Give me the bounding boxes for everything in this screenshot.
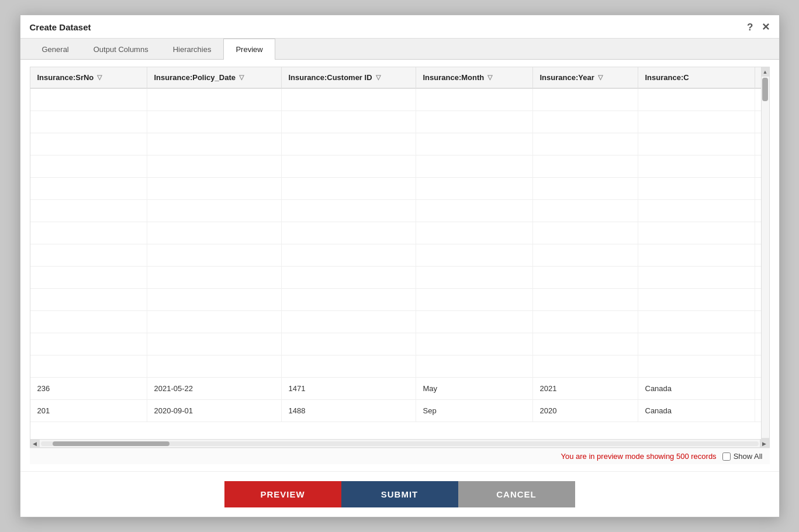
table-cell: [282, 267, 416, 288]
table-cell: [30, 289, 147, 310]
table-cell: [282, 311, 416, 333]
table-cell: [416, 222, 533, 244]
close-icon[interactable]: ✕: [762, 21, 770, 33]
show-all-checkbox[interactable]: [722, 452, 731, 461]
table-cell: [416, 200, 533, 222]
table-cell: [30, 200, 147, 222]
table-cell: [147, 244, 282, 266]
dialog-title-icons: ? ✕: [747, 21, 769, 33]
col-header-policy-date: Insurance:Policy_Date ▽: [147, 67, 282, 88]
table-row: 2362021-05-221471May2021Canada: [30, 378, 769, 400]
table-cell: [30, 156, 147, 177]
table-cell: [638, 267, 755, 288]
tab-general[interactable]: General: [30, 39, 81, 60]
tab-hierarchies[interactable]: Hierarchies: [161, 39, 224, 60]
scroll-thumb[interactable]: [762, 78, 768, 101]
preview-notice: You are in preview mode showing 500 reco…: [561, 452, 716, 461]
table-row: [30, 311, 769, 333]
table-cell: [147, 289, 282, 310]
create-dataset-dialog: Create Dataset ? ✕ General Output Column…: [20, 15, 780, 517]
table-body: 2362021-05-221471May2021Canada2012020-09…: [30, 89, 769, 439]
table-cell: 2021: [533, 378, 638, 399]
table-cell: [638, 311, 755, 333]
table-cell: [147, 156, 282, 177]
help-icon[interactable]: ?: [747, 22, 753, 33]
table-cell: [282, 111, 416, 133]
tab-output-columns[interactable]: Output Columns: [81, 39, 161, 60]
table-row: [30, 111, 769, 133]
h-scroll-thumb[interactable]: [53, 441, 170, 446]
filter-icon-month[interactable]: ▽: [487, 74, 492, 81]
col-header-month: Insurance:Month ▽: [416, 67, 533, 88]
table-cell: [282, 244, 416, 266]
table-cell: [30, 355, 147, 377]
table-cell: [416, 289, 533, 310]
table-cell: [147, 267, 282, 288]
table-row: 2012020-09-011488Sep2020Canada: [30, 400, 769, 422]
table-cell: [533, 267, 638, 288]
table-row: [30, 178, 769, 200]
filter-icon-year[interactable]: ▽: [598, 74, 603, 81]
table-cell: [30, 333, 147, 355]
table-cell: 1488: [282, 400, 416, 422]
table-cell: [282, 89, 416, 110]
table-row: [30, 289, 769, 311]
table-cell: [533, 244, 638, 266]
table-row: [30, 355, 769, 378]
table-header: Insurance:SrNo ▽ Insurance:Policy_Date ▽…: [30, 67, 769, 89]
tab-preview[interactable]: Preview: [223, 39, 275, 60]
table-cell: [282, 289, 416, 310]
scroll-left-button[interactable]: ◀: [30, 440, 40, 447]
table-cell: [147, 178, 282, 199]
table-cell: [147, 311, 282, 333]
cancel-button[interactable]: CANCEL: [458, 481, 575, 507]
table-row: [30, 244, 769, 267]
horizontal-scrollbar[interactable]: ◀ ▶: [30, 439, 769, 447]
table-cell: [533, 156, 638, 177]
table-cell: [638, 133, 755, 155]
data-table-container: Insurance:SrNo ▽ Insurance:Policy_Date ▽…: [30, 67, 770, 448]
table-cell: [416, 244, 533, 266]
table-cell: [533, 133, 638, 155]
table-cell: 201: [30, 400, 147, 422]
scroll-up-button[interactable]: ▲: [762, 67, 769, 77]
table-row: [30, 89, 769, 111]
table-cell: [416, 178, 533, 199]
table-cell: [416, 311, 533, 333]
table-cell: [416, 111, 533, 133]
table-row: [30, 267, 769, 289]
table-cell: [282, 333, 416, 355]
table-cell: [416, 333, 533, 355]
filter-icon-policy-date[interactable]: ▽: [239, 74, 244, 81]
table-cell: 236: [30, 378, 147, 399]
dialog-body: Insurance:SrNo ▽ Insurance:Policy_Date ▽…: [20, 60, 779, 471]
table-cell: [533, 178, 638, 199]
table-cell: Sep: [416, 400, 533, 422]
table-cell: [282, 133, 416, 155]
table-cell: [30, 89, 147, 110]
filter-icon-customer-id[interactable]: ▽: [376, 74, 381, 81]
table-cell: [638, 289, 755, 310]
submit-button[interactable]: SUBMIT: [341, 481, 458, 507]
table-cell: [638, 89, 755, 110]
table-cell: [147, 355, 282, 377]
filter-icon-srno[interactable]: ▽: [97, 74, 102, 81]
table-cell: [533, 111, 638, 133]
col-header-year: Insurance:Year ▽: [533, 67, 638, 88]
table-cell: [416, 89, 533, 110]
scroll-right-button[interactable]: ▶: [760, 440, 769, 447]
table-cell: Canada: [638, 378, 755, 399]
vertical-scrollbar[interactable]: ▲ ▼: [761, 67, 769, 447]
table-cell: [147, 333, 282, 355]
table-cell: [147, 111, 282, 133]
table-cell: [638, 222, 755, 244]
table-cell: [282, 156, 416, 177]
dialog-title: Create Dataset: [30, 22, 91, 32]
table-cell: [147, 89, 282, 110]
table-cell: [416, 156, 533, 177]
table-cell: [282, 222, 416, 244]
table-cell: [638, 333, 755, 355]
table-cell: [416, 133, 533, 155]
show-all-label[interactable]: Show All: [734, 452, 763, 461]
preview-button[interactable]: PREVIEW: [224, 481, 341, 507]
